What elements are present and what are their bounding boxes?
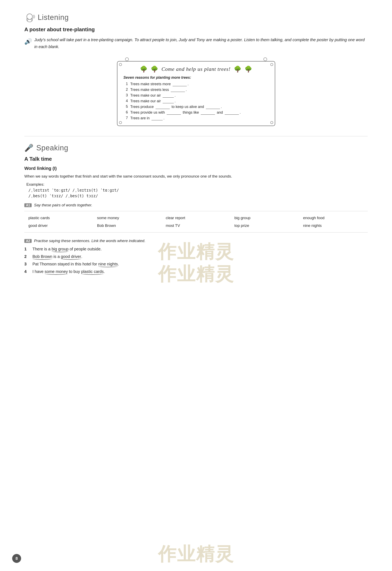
poster-item-4: 4 Trees make our air . xyxy=(124,99,269,103)
sentences-list: 1 There is a big group of people outside… xyxy=(24,247,368,274)
tree-icon-3: 🌳 xyxy=(234,66,241,73)
word-pair-bob-brown: Bob Brown xyxy=(93,223,162,229)
intro-audio-icon: 🔊 xyxy=(24,37,31,46)
poster-subtitle: Seven reasons for planting more trees: xyxy=(124,75,269,80)
poster-title: Come and help us plant trees! xyxy=(161,66,231,72)
watermark-3: 作业精灵 xyxy=(158,542,234,567)
corner-bl xyxy=(119,121,122,124)
svg-point-0 xyxy=(27,14,32,19)
blank-1 xyxy=(173,82,187,86)
speaking-title: Speaking xyxy=(36,144,68,152)
examples-block: Examples: /ˌleɪtɪst ˈtɑːɡɪt/ /ˌleɪtɪs(t)… xyxy=(26,181,368,198)
blank-5a xyxy=(155,104,170,109)
blank-3 xyxy=(163,93,174,98)
tree-icon-4: 🌳 xyxy=(245,66,252,73)
poster-item-2: 2 Trees make streets less . xyxy=(124,87,269,92)
word-pair-nine-nights: nine nights xyxy=(299,223,368,229)
listening-subsection-title: A poster about tree-planting xyxy=(24,26,368,33)
speaking-section-header: 🎤 Speaking xyxy=(24,144,368,152)
a1-instruction: Say these pairs of words together. xyxy=(34,203,93,207)
poster-list: 1 Trees make streets more . 2 Trees make… xyxy=(124,82,269,120)
poster-top-deco xyxy=(117,56,275,61)
word-linking-title: Word linking (I) xyxy=(24,166,368,171)
word-pairs-grid: plastic cards some money clear report bi… xyxy=(24,215,368,229)
poster-title-row: 🌳 🌳 Come and help us plant trees! 🌳 🌳 xyxy=(124,66,269,73)
blank-2 xyxy=(171,87,185,92)
poster-item-3: 3 Trees make our air . xyxy=(124,93,269,98)
sentence-2: 2 Bob Brown is a good driver. xyxy=(24,254,368,259)
example-1: /ˌleɪtɪst ˈtɑːɡɪt/ /ˌleɪtɪs(t) ˈtɑːɡɪt/ xyxy=(28,188,368,192)
tree-icon-1: 🌳 xyxy=(140,66,147,73)
blank-6c xyxy=(225,110,239,115)
listening-icon xyxy=(24,12,35,23)
blank-6a xyxy=(167,110,181,115)
word-pair-some-money: some money xyxy=(93,215,162,221)
sentence-4: 4 I have some money to buy plastic cards… xyxy=(24,269,368,274)
poster-item-5: 5 Trees produce to keep us alive and . xyxy=(124,104,269,109)
listening-title: Listening xyxy=(38,13,69,22)
corner-br xyxy=(270,121,273,124)
a2-instruction: Practise saying these sentences. Link th… xyxy=(34,239,145,243)
word-pair-plastic-cards: plastic cards xyxy=(24,215,93,221)
listening-section-header: Listening xyxy=(24,12,368,23)
link-plastic-cards: plastic cards xyxy=(81,269,104,274)
a1-row: A1 Say these pairs of words together. xyxy=(24,203,368,207)
link-nine-nights: nine nights xyxy=(98,262,118,266)
word-pair-top-prize: top prize xyxy=(230,223,299,229)
deco-circle-right xyxy=(264,57,267,61)
corner-tr xyxy=(270,63,273,66)
a1-label: A1 xyxy=(24,203,32,207)
blank-7 xyxy=(152,116,163,120)
poster-wrapper: 🌳 🌳 Come and help us plant trees! 🌳 🌳 Se… xyxy=(24,56,368,126)
blank-4 xyxy=(163,99,174,103)
blank-6b xyxy=(201,110,215,115)
a2-row: A2 Practise saying these sentences. Link… xyxy=(24,239,368,243)
word-pair-good-driver: good driver xyxy=(24,223,93,229)
speaking-icon: 🎤 xyxy=(24,144,33,152)
deco-circle-left xyxy=(125,57,129,61)
examples-label: Examples: xyxy=(26,182,44,186)
word-pair-clear-report: clear report xyxy=(162,215,230,221)
word-pair-enough-food: enough food xyxy=(299,215,368,221)
talk-time-title: A Talk time xyxy=(24,156,368,162)
word-pair-most-tv: most TV xyxy=(162,223,230,229)
tree-icon-2: 🌳 xyxy=(151,66,158,73)
poster-box: 🌳 🌳 Come and help us plant trees! 🌳 🌳 Se… xyxy=(117,61,275,126)
section-divider xyxy=(24,136,368,136)
word-linking-body: When we say words together that finish a… xyxy=(24,173,368,180)
example-2: /ˌbes(t) ˈtɔɪz/ /ˌbes(t) tɔɪz/ xyxy=(28,194,368,198)
link-bob-brown: Bob Brown xyxy=(32,254,52,259)
word-pairs-wrapper: plastic cards some money clear report bi… xyxy=(24,211,368,232)
poster-item-1: 1 Trees make streets more . xyxy=(124,82,269,86)
link-some-money: some money xyxy=(45,269,68,274)
listening-intro: 🔊 Judy's school will take part in a tree… xyxy=(24,36,368,50)
link-big-group: big group xyxy=(52,247,68,251)
poster-item-7: 7 Trees are in . xyxy=(124,116,269,120)
sentence-3: 3 Pat Thomson stayed in this hotel for n… xyxy=(24,262,368,266)
speaking-section: 🎤 Speaking A Talk time Word linking (I) … xyxy=(24,144,368,274)
a2-label: A2 xyxy=(24,239,32,243)
blank-5b xyxy=(206,104,220,109)
corner-tl xyxy=(119,63,122,66)
sentence-1: 1 There is a big group of people outside… xyxy=(24,247,368,251)
poster-item-6: 6 Trees provide us with things like and … xyxy=(124,110,269,115)
link-good-driver: good driver xyxy=(61,254,81,259)
word-pair-big-group: big group xyxy=(230,215,299,221)
page-number: 8 xyxy=(12,554,21,563)
